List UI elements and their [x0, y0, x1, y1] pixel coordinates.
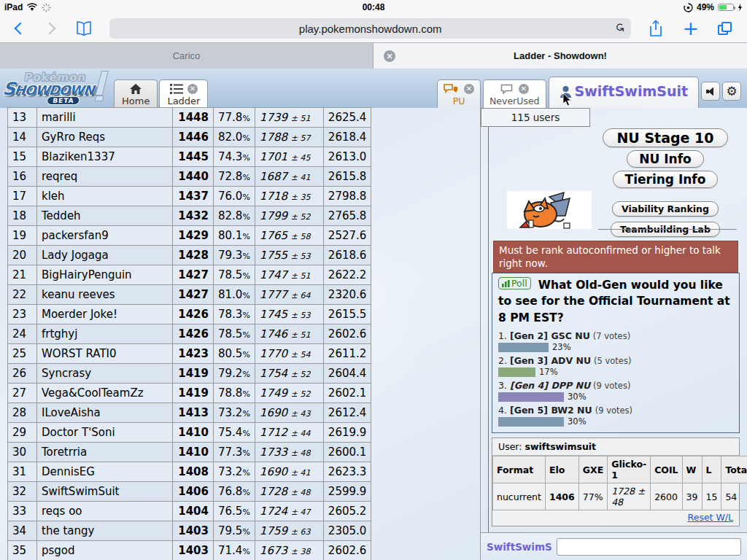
ladder-row[interactable]: 22 keanu reeves 1427 81.0% 1777 ± 64 232… [8, 285, 371, 305]
tiering-info-button[interactable]: Tiering Info [613, 171, 719, 188]
back-button[interactable] [15, 23, 27, 35]
ladder-row[interactable]: 27 Vega&CoolTeamZz 1419 78.8% 1749 ± 52 … [8, 384, 371, 403]
ladder-row[interactable]: 28 ILoveAisha 1413 73.2% 1690 ± 43 2612.… [8, 403, 371, 423]
coil-cell: 2600.1 [323, 443, 371, 462]
player-name-cell: SwiftSwimSuit [37, 482, 173, 502]
poll-badge: Poll [498, 277, 531, 289]
glicko-cell: 1746 ± 51 [255, 324, 323, 344]
ladder-row[interactable]: 21 BigHairyPenguin 1427 78.5% 1747 ± 51 … [8, 265, 371, 285]
coil-cell: 2765.8 [323, 206, 371, 226]
address-bar[interactable]: play.pokemonshowdown.com ↻ [109, 18, 631, 39]
poll-result-bar [498, 368, 535, 377]
ladder-row[interactable]: 15 Blaziken1337 1445 74.3% 1701 ± 45 261… [8, 147, 371, 167]
ladder-row[interactable]: 19 packersfan9 1429 80.1% 1765 ± 58 2527… [8, 226, 371, 246]
ladder-row[interactable]: 24 frtghyj 1426 78.5% 1746 ± 51 2602.6 [8, 324, 371, 344]
home-icon [130, 84, 142, 94]
ladder-row[interactable]: 33 reqs oo 1404 76.5% 1724 ± 47 2605.2 [8, 502, 371, 521]
new-tab-button[interactable]: + [682, 21, 699, 36]
ladder-row[interactable]: 23 Moerder Joke! 1426 78.3% 1745 ± 53 26… [8, 305, 371, 324]
bookmarks-icon[interactable] [76, 21, 92, 36]
ladder-row[interactable]: 16 reqreq 1440 72.8% 1687 ± 41 2615.8 [8, 167, 371, 187]
room-tab-pu[interactable]: ✕ PU [437, 79, 481, 108]
close-tab-icon[interactable]: ✕ [187, 84, 198, 94]
player-name-cell: Vega&CoolTeamZz [37, 384, 173, 403]
ladder-row[interactable]: 30 Toretrria 1410 77.3% 1733 ± 48 2600.1 [8, 443, 371, 462]
gxe-cell: 76.8% [214, 482, 255, 502]
elo-cell: 1446 [173, 128, 214, 147]
ladder-row[interactable]: 35 psgod 1403 71.4% 1673 ± 38 2602.6 [8, 541, 371, 560]
reset-wl-link[interactable]: Reset W/L [688, 512, 733, 523]
ladder-row[interactable]: 14 GyRro Reqs 1446 82.0% 1788 ± 57 2618.… [8, 128, 371, 147]
glicko-cell: 1718 ± 35 [255, 187, 323, 206]
close-room-icon[interactable]: ✕ [519, 84, 529, 94]
poll-option[interactable]: 1. [Gen 2] GSC NU (7 votes) 23% [498, 330, 733, 352]
user-menu[interactable]: SwiftSwimSuit [549, 77, 699, 108]
close-tab-icon[interactable]: ✕ [384, 50, 395, 62]
tab-home-label: Home [122, 96, 150, 106]
gxe-cell: 78.5% [214, 265, 255, 285]
room-panel: 115 users NU Stage 10 NU Info Tiering In… [480, 108, 747, 560]
coil-cell: 2600 [651, 483, 682, 510]
ladder-row[interactable]: 13 marilli 1448 77.8% 1739 ± 51 2625.4 [8, 108, 371, 128]
ladder-row[interactable]: 26 Syncrasy 1419 79.2% 1754 ± 52 2604.4 [8, 364, 371, 384]
poll-option[interactable]: 4. [Gen 5] BW2 NU (9 votes) 30% [498, 405, 733, 427]
gxe-cell: 71.4% [214, 541, 255, 560]
ladder-row[interactable]: 20 Lady Jogaga 1428 79.3% 1755 ± 53 2618… [8, 246, 371, 265]
player-name-cell: Doctor T'Soni [37, 423, 173, 443]
ladder-row[interactable]: 31 DennisEG 1408 73.2% 1690 ± 41 2623.3 [8, 462, 371, 482]
close-room-icon[interactable]: ✕ [464, 84, 474, 94]
room-tab-neverused-label: NeverUsed [489, 96, 540, 106]
player-name-cell: Blaziken1337 [37, 147, 173, 167]
tab-overview-icon[interactable] [718, 22, 732, 35]
ladder-row[interactable]: 25 WORST RATI0 1423 80.5% 1770 ± 54 2611… [8, 344, 371, 364]
elo-cell: 1406 [545, 483, 578, 510]
settings-button[interactable]: ⚙ [722, 82, 741, 101]
ladder-row[interactable]: 18 Teddeh 1432 82.8% 1799 ± 52 2765.8 [8, 206, 371, 226]
nu-info-button[interactable]: NU Info [627, 150, 703, 168]
elo-cell: 1445 [173, 147, 214, 167]
ladder-row[interactable]: 34 the tangy 1403 79.5% 1759 ± 63 2305.0 [8, 521, 371, 541]
glicko-cell: 1765 ± 58 [255, 226, 323, 246]
coil-cell: 2527.6 [323, 226, 371, 246]
mute-button[interactable] [701, 82, 720, 101]
room-tab-neverused[interactable]: ✕ NeverUsed [483, 79, 546, 108]
elo-cell: 1426 [173, 324, 214, 344]
glicko-cell: 1799 ± 52 [255, 206, 323, 226]
tab-home[interactable]: Home [114, 79, 158, 108]
userlist-tab[interactable]: 115 users [481, 108, 590, 127]
battery-percent: 49% [697, 2, 714, 12]
rank-cell: 28 [8, 403, 37, 423]
player-name-cell: Moerder Joke! [37, 305, 173, 324]
tab-ladder[interactable]: ✕ Ladder [159, 79, 208, 108]
gxe-cell: 80.5% [214, 344, 255, 364]
glicko-cell: 1712 ± 44 [255, 423, 323, 443]
url-text: play.pokemonshowdown.com [299, 23, 442, 35]
poll-option[interactable]: 2. [Gen 3] ADV NU (5 votes) 17% [498, 355, 733, 377]
stats-header-cell: Total [721, 456, 747, 483]
coil-cell: 2605.2 [323, 502, 371, 521]
player-name-cell: GyRro Reqs [37, 128, 173, 147]
gxe-cell: 74.3% [214, 147, 255, 167]
elo-cell: 1448 [173, 108, 214, 128]
chat-message-input[interactable] [557, 538, 741, 556]
poll-result-bar [498, 392, 564, 402]
viability-ranking-button[interactable]: Viability Ranking [612, 201, 719, 217]
ladder-row[interactable]: 17 kleh 1437 76.0% 1718 ± 35 2798.8 [8, 187, 371, 206]
browser-tab-carico[interactable]: Carico [0, 43, 374, 69]
ladder-row[interactable]: 29 Doctor T'Soni 1410 75.4% 1712 ± 44 26… [8, 423, 371, 443]
browser-tab-ladder[interactable]: ✕ Ladder - Showdown! [374, 43, 747, 69]
battery-icon [718, 4, 734, 11]
tab-title: Ladder - Showdown! [514, 50, 607, 61]
showdown-logo: Pokémon SHOWDOWN BETA [1, 71, 112, 106]
stats-header-cell: Glicko-1 [608, 456, 651, 483]
stats-header-cell: W [682, 456, 702, 483]
wifi-icon [26, 3, 38, 12]
reload-icon[interactable]: ↻ [613, 23, 627, 32]
stats-header-cell: COIL [651, 456, 682, 483]
ladder-row[interactable]: 32 SwiftSwimSuit 1406 76.8% 1728 ± 48 25… [8, 482, 371, 502]
nu-stage-button[interactable]: NU Stage 10 [603, 128, 727, 147]
share-icon[interactable] [649, 20, 663, 37]
poll-option[interactable]: 3. [Gen 4] DPP NU (9 votes) 30% [498, 380, 733, 402]
forward-button[interactable] [44, 23, 56, 35]
player-name-cell: reqreq [37, 167, 173, 187]
